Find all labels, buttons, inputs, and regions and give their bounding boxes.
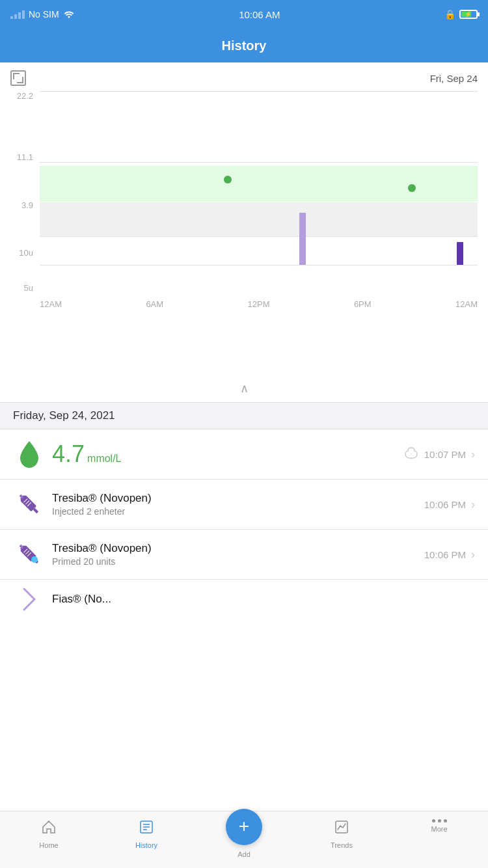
syringe-inject-icon	[15, 490, 44, 519]
insulin-prime-content: Tresiba® (Novopen) Primed 20 units	[46, 542, 424, 567]
insulin-inject-content: Tresiba® (Novopen) Injected 2 enheter	[46, 492, 424, 517]
glucose-value: 4.7	[52, 441, 85, 468]
tab-trends[interactable]: Trends	[293, 817, 390, 849]
y-label-11: 11.1	[10, 152, 33, 162]
partial-entry-content: Fias® (No...	[46, 593, 475, 606]
droplet-icon-container	[13, 440, 46, 468]
partial-chevron-icon	[23, 588, 36, 611]
tab-trends-label: Trends	[331, 841, 353, 849]
insulin-inject-chevron-icon: ›	[471, 498, 475, 511]
grid-line-insulin-top	[40, 236, 478, 237]
tab-history-label: History	[135, 841, 157, 849]
chart-visualization: 22.2 11.1 3.9 10u 5u	[10, 91, 478, 312]
carrier-label: No SIM	[29, 9, 59, 20]
lock-icon: 🔒	[444, 9, 455, 20]
tab-home-label: Home	[39, 841, 58, 849]
app-header: History	[0, 29, 488, 62]
insulin-inject-title: Tresiba® (Novopen)	[52, 492, 418, 505]
x-label-6am: 6AM	[146, 299, 163, 309]
insulin-prime-subtitle: Primed 20 units	[52, 556, 418, 567]
data-point-1	[224, 176, 232, 183]
content-area: Fri, Sep 24 22.2 11.1 3.9 10u 5u	[0, 62, 488, 811]
up-chevron-icon: ∧	[240, 381, 249, 396]
x-label-12am: 12AM	[40, 299, 62, 309]
insulin-prime-title: Tresiba® (Novopen)	[52, 542, 418, 555]
home-icon	[41, 819, 57, 839]
expand-icon[interactable]	[10, 70, 26, 86]
insulin-bar-2	[457, 242, 463, 265]
tab-more[interactable]: More	[390, 817, 488, 833]
y-label-10u: 10u	[10, 248, 33, 258]
x-label-12am2: 12AM	[455, 299, 478, 309]
status-left: No SIM	[10, 9, 75, 20]
trends-icon	[334, 819, 349, 839]
insulin-inject-time: 10:06 PM	[424, 499, 466, 510]
y-axis: 22.2 11.1 3.9 10u 5u	[10, 91, 36, 293]
add-icon: +	[239, 817, 249, 835]
syringe-inject-icon-container	[13, 490, 46, 519]
data-point-2	[408, 184, 416, 192]
x-label-12pm: 12PM	[248, 299, 270, 309]
tab-add[interactable]: + Add	[195, 817, 293, 858]
date-header: Friday, Sep 24, 2021	[0, 403, 488, 429]
partial-entry-title: Fias® (No...	[52, 593, 468, 606]
insulin-bar-1	[299, 213, 306, 265]
insulin-prime-time-area: 10:06 PM ›	[424, 548, 475, 562]
svg-point-14	[31, 556, 38, 563]
x-axis: 12AM 6AM 12PM 6PM 12AM	[40, 299, 478, 309]
glucose-unit: mmol/L	[87, 453, 121, 465]
history-icon	[139, 819, 154, 839]
grid-line-mid	[40, 162, 478, 163]
insulin-prime-chevron-icon: ›	[471, 548, 475, 562]
insulin-inject-time-area: 10:06 PM ›	[424, 498, 475, 511]
grid-line-insulin-mid	[40, 265, 478, 265]
glucose-time: 10:07 PM	[424, 449, 466, 460]
apple-health-icon	[403, 446, 419, 462]
insulin-prime-entry[interactable]: Tresiba® (Novopen) Primed 20 units 10:06…	[0, 530, 488, 580]
chart-date: Fri, Sep 24	[430, 73, 478, 84]
tab-history[interactable]: History	[98, 817, 195, 849]
tab-add-label: Add	[237, 850, 251, 858]
glucose-entry-content: 4.7 mmol/L	[46, 441, 403, 468]
chart-section: Fri, Sep 24 22.2 11.1 3.9 10u 5u	[0, 62, 488, 375]
battery-icon: ⚡	[459, 10, 478, 19]
chart-plot: 12AM 6AM 12PM 6PM 12AM	[40, 91, 478, 293]
status-right: 🔒 ⚡	[444, 9, 478, 20]
more-icon	[432, 819, 447, 822]
page-title: History	[222, 38, 267, 53]
signal-bars	[10, 10, 25, 19]
y-label-3: 3.9	[10, 200, 33, 210]
glucose-entry[interactable]: 4.7 mmol/L 10:07 PM ›	[0, 429, 488, 480]
date-header-text: Friday, Sep 24, 2021	[13, 409, 115, 422]
y-label-5u: 5u	[10, 283, 33, 293]
wifi-icon	[63, 9, 75, 20]
syringe-prime-icon-container	[13, 540, 46, 569]
x-label-6pm: 6PM	[354, 299, 372, 309]
grid-line-top	[40, 91, 478, 92]
insulin-inject-subtitle: Injected 2 enheter	[52, 506, 418, 517]
tab-bar: Home History + Add Trends	[0, 811, 488, 868]
droplet-icon	[18, 440, 41, 468]
insulin-inject-entry[interactable]: Tresiba® (Novopen) Injected 2 enheter 10…	[0, 480, 488, 530]
glucose-entry-time-area: 10:07 PM ›	[403, 446, 475, 462]
tab-home[interactable]: Home	[0, 817, 98, 849]
syringe-prime-icon	[15, 540, 44, 569]
partial-entry[interactable]: Fias® (No...	[0, 580, 488, 619]
y-label-22: 22.2	[10, 91, 33, 101]
collapse-arrow[interactable]: ∧	[0, 375, 488, 403]
partial-entry-icon	[13, 588, 46, 611]
glucose-chevron-icon: ›	[471, 448, 475, 461]
add-button[interactable]: +	[226, 809, 262, 845]
status-time: 10:06 AM	[239, 9, 280, 20]
chart-header: Fri, Sep 24	[10, 70, 478, 86]
status-bar: No SIM 10:06 AM 🔒 ⚡	[0, 0, 488, 29]
battery-bolt: ⚡	[465, 11, 472, 18]
gray-band	[40, 202, 478, 237]
insulin-prime-time: 10:06 PM	[424, 549, 466, 560]
tab-more-label: More	[431, 825, 447, 833]
